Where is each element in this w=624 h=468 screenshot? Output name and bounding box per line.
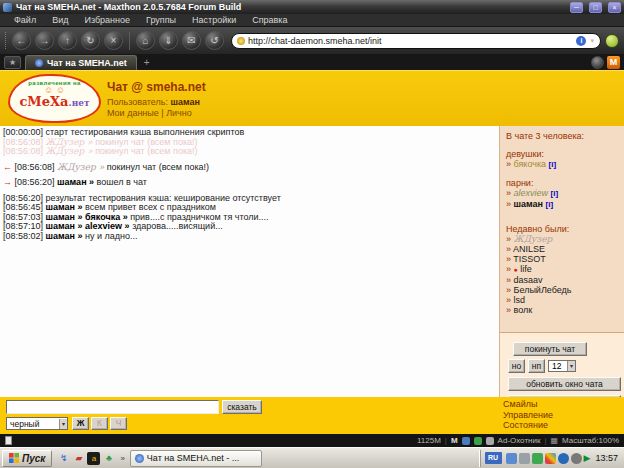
- refresh-chat-button[interactable]: обновить окно чата: [508, 377, 621, 391]
- back-button[interactable]: ←: [12, 31, 31, 50]
- bullet-icon: »: [506, 285, 511, 295]
- play-tray-icon[interactable]: ▶: [584, 453, 591, 463]
- statusbar-separator: |: [445, 436, 447, 445]
- user-name[interactable]: ЖДузер: [514, 234, 553, 244]
- tray-icon-3[interactable]: [532, 453, 543, 464]
- user-name[interactable]: lsd: [514, 295, 526, 305]
- chat-message-area[interactable]: [00:00:00] старт тестирования кэша выпол…: [0, 126, 499, 397]
- maximize-button[interactable]: □: [589, 2, 602, 13]
- user-name[interactable]: ANILSE: [513, 244, 545, 254]
- tray-icon-2[interactable]: [519, 453, 530, 464]
- menu-item[interactable]: Файл: [6, 15, 44, 25]
- history-button[interactable]: ↺: [205, 31, 224, 50]
- toolbar-grip[interactable]: [5, 32, 7, 49]
- tab-chat[interactable]: Чат на SMEHA.net: [25, 55, 137, 70]
- user-name[interactable]: TISSOT: [513, 254, 546, 264]
- quick-launch-icon-2[interactable]: ▰: [72, 452, 85, 465]
- new-tab-button[interactable]: +: [141, 56, 153, 69]
- underline-button[interactable]: Ч: [110, 417, 127, 430]
- quick-launch-icon-4[interactable]: ♣: [102, 452, 115, 465]
- menu-item[interactable]: Справка: [244, 15, 295, 25]
- close-button[interactable]: ×: [608, 2, 621, 13]
- boys-label: парни:: [506, 178, 622, 188]
- italic-button[interactable]: К: [91, 417, 108, 430]
- recent-user-item: » ЖДузер: [506, 234, 622, 244]
- user-name[interactable]: БелыйЛебедь: [514, 285, 572, 295]
- start-button[interactable]: Пуск: [2, 450, 52, 467]
- bold-button[interactable]: Ж: [72, 417, 89, 430]
- maxthon-m-badge[interactable]: M: [607, 56, 620, 69]
- refresh-button[interactable]: ↻: [81, 31, 100, 50]
- private-link[interactable]: Лично: [166, 108, 192, 118]
- toolbar-separator: [129, 32, 130, 50]
- nav-buttons: ←→↑↻×: [12, 31, 123, 50]
- quick-launch-icon-3[interactable]: a: [87, 452, 100, 465]
- composer-link[interactable]: Управление: [503, 410, 553, 421]
- forward-button[interactable]: →: [35, 31, 54, 50]
- tray-icon-1[interactable]: [506, 453, 517, 464]
- status-icon-2[interactable]: [474, 437, 482, 445]
- menu-item[interactable]: Настройки: [184, 15, 244, 25]
- menu-item[interactable]: Избранное: [76, 15, 138, 25]
- stop-button[interactable]: ×: [104, 31, 123, 50]
- favorites-star-icon[interactable]: ★: [4, 56, 21, 69]
- maxthon-app-icon: [3, 3, 12, 12]
- user-name[interactable]: волк: [514, 305, 533, 315]
- user-name[interactable]: шаман: [514, 199, 544, 209]
- status-icon-1[interactable]: [462, 437, 470, 445]
- text-color-select[interactable]: черный ▾: [6, 417, 68, 430]
- user-name[interactable]: dasaav: [514, 275, 543, 285]
- user-info-link[interactable]: [i]: [551, 189, 559, 198]
- composer-link[interactable]: Смайлы: [503, 399, 553, 410]
- user-name[interactable]: life: [520, 264, 532, 274]
- np-toggle-button[interactable]: нп: [528, 359, 545, 373]
- font-size-select[interactable]: 12 ▾: [548, 360, 576, 372]
- minimize-button[interactable]: ─: [570, 2, 583, 13]
- maxthon-m-indicator[interactable]: M: [451, 436, 458, 445]
- zoom-level[interactable]: Масштаб:100%: [562, 436, 619, 445]
- tray-icon-6[interactable]: [571, 453, 582, 464]
- quick-launch-chevron-icon[interactable]: »: [118, 454, 126, 463]
- chevron-down-icon[interactable]: ▾: [59, 419, 67, 429]
- taskbar-task-button[interactable]: Чат на SMEHA.net - ...: [130, 450, 262, 467]
- leave-chat-button[interactable]: покинуть чат: [513, 342, 587, 356]
- status-bar: 1125M | M Ad-Охотник | ▦ Масштаб:100%: [0, 434, 624, 447]
- ad-hunter-label[interactable]: Ad-Охотник: [498, 436, 541, 445]
- no-toggle-button[interactable]: но: [508, 359, 525, 373]
- statusbar-separator: |: [544, 436, 546, 445]
- user-name[interactable]: бякочка: [514, 159, 547, 169]
- tray-icon-4[interactable]: [545, 453, 556, 464]
- user-name[interactable]: alexview: [514, 188, 549, 198]
- link-separator: |: [161, 108, 163, 118]
- info-icon[interactable]: i: [576, 36, 586, 46]
- up-button[interactable]: ↑: [58, 31, 77, 50]
- my-data-link[interactable]: Мои данные: [107, 108, 159, 118]
- bullet-icon: »: [506, 275, 511, 285]
- address-url[interactable]: http://chat-daemon.smeha.net/init: [248, 36, 573, 46]
- menu-item[interactable]: Группы: [138, 15, 184, 25]
- message-text: результат тестирования кэша: кеширование…: [46, 193, 281, 203]
- recent-label: Недавно были:: [506, 224, 622, 234]
- address-bar[interactable]: http://chat-daemon.smeha.net/init i ▾: [231, 33, 601, 49]
- chevron-down-icon[interactable]: ▾: [567, 361, 575, 371]
- message-input[interactable]: [6, 400, 219, 414]
- status-icon-3[interactable]: [486, 437, 494, 445]
- say-button[interactable]: сказать: [222, 400, 262, 414]
- user-info-link[interactable]: [i]: [546, 200, 554, 209]
- plugin-icon[interactable]: [591, 56, 604, 69]
- download-button[interactable]: ⇓: [159, 31, 178, 50]
- user-label: Пользователь:: [107, 97, 168, 107]
- message-author: шаман »: [46, 202, 83, 212]
- mail-button[interactable]: ✉: [182, 31, 201, 50]
- language-indicator[interactable]: RU: [485, 452, 502, 464]
- home-button[interactable]: ⌂: [136, 31, 155, 50]
- composer-link[interactable]: Состояние: [503, 420, 553, 431]
- address-dropdown-icon[interactable]: ▾: [589, 37, 595, 45]
- chat-message: ← [08:56:08] ЖДузер » покинул чат (всем …: [3, 163, 499, 173]
- menu-bar: ФайлВидИзбранноеГруппыНастройкиСправка: [0, 14, 624, 27]
- go-button[interactable]: [605, 34, 619, 48]
- user-info-link[interactable]: [i]: [549, 160, 557, 169]
- menu-item[interactable]: Вид: [44, 15, 76, 25]
- tray-icon-5[interactable]: [558, 453, 569, 464]
- quick-launch-icon-1[interactable]: ↯: [57, 452, 70, 465]
